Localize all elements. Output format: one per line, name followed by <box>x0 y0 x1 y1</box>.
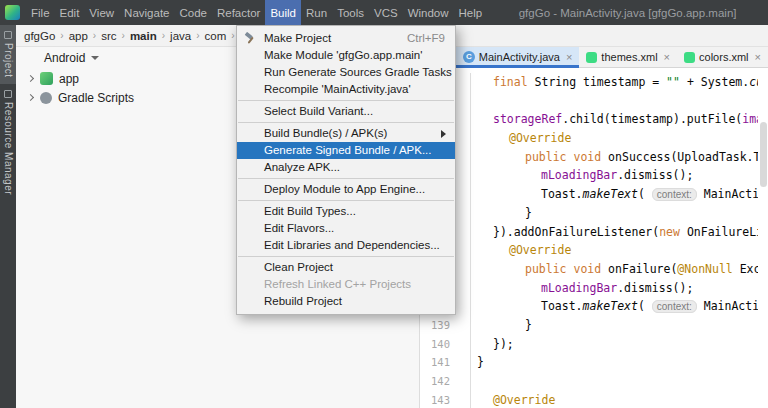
code-line[interactable]: 140}); <box>420 335 758 354</box>
code-token: } <box>525 318 532 332</box>
android-studio-icon <box>5 5 20 20</box>
menu-item-label: Analyze APK... <box>264 161 340 173</box>
build-menu-item-rebuild-project[interactable]: Rebuild Project <box>237 293 455 310</box>
code-line[interactable]: 143@Override <box>420 391 758 408</box>
code-area[interactable]: final String timestamp = "" + System.cur… <box>420 68 758 408</box>
menubar-item-code[interactable]: Code <box>174 0 212 25</box>
menu-separator <box>238 122 454 123</box>
build-menu-item-build-bundle-s-apk-s[interactable]: Build Bundle(s) / APK(s) <box>237 125 455 142</box>
gutter <box>450 316 470 335</box>
code-line[interactable]: @Override <box>420 241 758 260</box>
code-line[interactable]: Toast.makeText( context: MainActivity.th… <box>420 185 758 204</box>
android-app-folder-icon <box>40 72 53 85</box>
code-text: storageRef.child(timestamp).putFile(imag… <box>470 110 758 129</box>
breadcrumb-separator: › <box>60 30 63 41</box>
build-menu-item-make-module-gfggo-app-main[interactable]: Make Module 'gfgGo.app.main' <box>237 47 455 64</box>
menubar-item-build[interactable]: Build <box>265 0 301 25</box>
build-menu-item-generate-signed-bundle-apk[interactable]: Generate Signed Bundle / APK... <box>237 142 455 159</box>
code-line[interactable]: storageRef.child(timestamp).putFile(imag… <box>420 110 758 129</box>
editor-tab-colors-xml[interactable]: colors.xml× <box>677 47 768 67</box>
gutter <box>450 353 470 372</box>
code-text: }); <box>470 335 758 354</box>
code-line[interactable]: }).addOnFailureListener(new OnFailureLis… <box>420 223 758 242</box>
build-menu-item-select-build-variant[interactable]: Select Build Variant... <box>237 103 455 120</box>
code-line[interactable]: final String timestamp = "" + System.cur… <box>420 73 758 92</box>
build-menu-item-clean-project[interactable]: Clean Project <box>237 259 455 276</box>
line-number: 141 <box>420 353 450 372</box>
build-menu-item-run-generate-sources-gradle-tasks[interactable]: Run Generate Sources Gradle Tasks <box>237 64 455 81</box>
scrollbar-thumb[interactable] <box>760 122 767 187</box>
code-line[interactable]: @Override <box>420 129 758 148</box>
code-line[interactable]: Toast.makeText( context: MainActivity.th… <box>420 297 758 316</box>
code-line[interactable]: 141} <box>420 353 758 372</box>
gutter <box>450 391 470 408</box>
code-line[interactable]: mLoadingBar.dismiss(); <box>420 279 758 298</box>
code-line[interactable]: public void onFailure(@NonNull Exception… <box>420 260 758 279</box>
code-line[interactable] <box>420 92 758 111</box>
close-icon[interactable]: × <box>566 51 572 63</box>
menubar-item-file[interactable]: File <box>26 0 55 25</box>
code-token: void <box>573 150 601 164</box>
breadcrumb-item-com[interactable]: com <box>205 30 227 42</box>
menubar-items: FileEditViewNavigateCodeRefactorBuildRun… <box>26 0 487 25</box>
menubar-item-vcs[interactable]: VCS <box>369 0 403 25</box>
code-token: public <box>525 262 567 276</box>
breadcrumb-item-gfggo[interactable]: gfgGo <box>24 30 55 42</box>
menubar-item-navigate[interactable]: Navigate <box>119 0 174 25</box>
menubar-item-view[interactable]: View <box>84 0 119 25</box>
build-menu-item-analyze-apk[interactable]: Analyze APK... <box>237 159 455 176</box>
tool-window-button-project[interactable]: Project <box>0 25 16 84</box>
menubar-item-tools[interactable]: Tools <box>332 0 369 25</box>
code-line[interactable]: mLoadingBar.dismiss(); <box>420 166 758 185</box>
code-token: storageRef <box>493 112 562 126</box>
menu-item-label: Run Generate Sources Gradle Tasks <box>264 66 452 78</box>
code-line[interactable]: 139} <box>420 316 758 335</box>
code-token: @Override <box>493 393 555 407</box>
build-menu-item-edit-libraries-and-dependencies[interactable]: Edit Libraries and Dependencies... <box>237 237 455 254</box>
menubar-item-edit[interactable]: Edit <box>55 0 85 25</box>
editor-tab-themes-xml[interactable]: themes.xml× <box>579 47 677 67</box>
gutter <box>450 372 470 391</box>
build-menu-item-refresh-linked-c-projects: Refresh Linked C++ Projects <box>237 276 455 293</box>
breadcrumb-item-app[interactable]: app <box>69 30 88 42</box>
code-token: "" <box>666 75 680 89</box>
code-text: mLoadingBar.dismiss(); <box>470 166 758 185</box>
menubar-item-window[interactable]: Window <box>403 0 454 25</box>
editor-tab-mainactivity-java[interactable]: CMainActivity.java× <box>456 47 580 67</box>
code-token: makeText <box>583 299 638 313</box>
tab-label: colors.xml <box>699 51 749 63</box>
tab-label: themes.xml <box>601 51 657 63</box>
window-title: gfgGo - MainActivity.java [gfgGo.app.mai… <box>487 7 768 19</box>
chevron-right-icon[interactable] <box>27 75 34 82</box>
hammer-icon <box>244 32 257 45</box>
code-token: onFailure( <box>601 262 677 276</box>
build-menu-item-deploy-module-to-app-engine[interactable]: Deploy Module to App Engine... <box>237 181 455 198</box>
build-menu-item-recompile-mainactivity-java[interactable]: Recompile 'MainActivity.java' <box>237 81 455 98</box>
code-token: OnFailureListener( <box>680 225 758 239</box>
breadcrumb-item-src[interactable]: src <box>101 30 116 42</box>
breadcrumb-separator: › <box>162 30 165 41</box>
code-token: Toast. <box>541 299 583 313</box>
code-line[interactable]: public void onSuccess(UploadTask.TaskSna… <box>420 148 758 167</box>
breadcrumb-separator: › <box>231 30 234 41</box>
build-menu-item-make-project[interactable]: Make ProjectCtrl+F9 <box>237 30 455 47</box>
gradle-icon <box>40 92 52 104</box>
menu-item-label: Edit Libraries and Dependencies... <box>264 239 440 251</box>
menu-separator <box>238 256 454 257</box>
code-line[interactable]: } <box>420 204 758 223</box>
chevron-right-icon[interactable] <box>27 94 34 101</box>
menu-item-label: Make Project <box>264 32 331 44</box>
code-token: mLoadingBar <box>541 168 617 182</box>
menubar-item-help[interactable]: Help <box>454 0 488 25</box>
code-token: currentTi <box>749 75 758 89</box>
close-icon[interactable]: × <box>755 51 761 63</box>
close-icon[interactable]: × <box>664 51 670 63</box>
breadcrumb-item-main[interactable]: main <box>130 30 157 42</box>
menubar-item-refactor[interactable]: Refactor <box>212 0 265 25</box>
code-line[interactable]: 142 <box>420 372 758 391</box>
breadcrumb-item-java[interactable]: java <box>170 30 191 42</box>
build-menu-item-edit-build-types[interactable]: Edit Build Types... <box>237 203 455 220</box>
build-menu-item-edit-flavors[interactable]: Edit Flavors... <box>237 220 455 237</box>
tool-window-button-resource-manager[interactable]: Resource Manager <box>0 84 16 201</box>
menubar-item-run[interactable]: Run <box>301 0 332 25</box>
